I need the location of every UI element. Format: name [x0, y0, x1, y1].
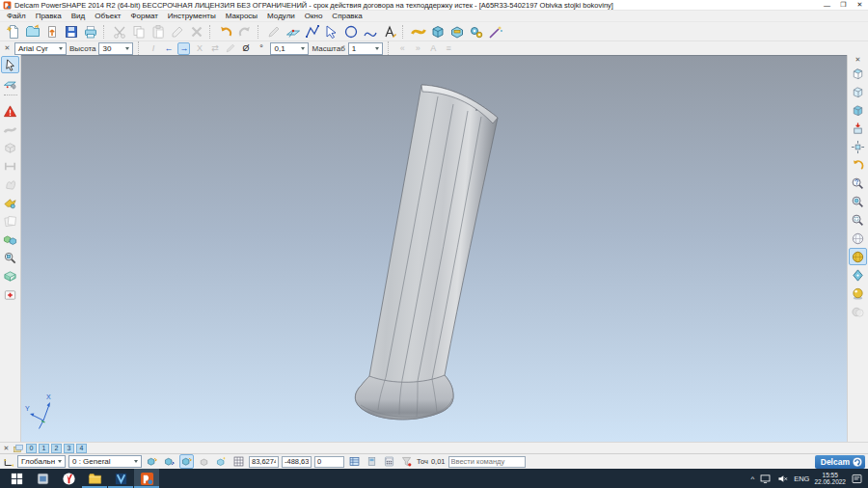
level-tab-0[interactable]: 0 [26, 444, 37, 453]
table-button[interactable] [347, 454, 362, 469]
circle-button[interactable] [342, 23, 360, 41]
iso-view-2-button[interactable] [849, 83, 867, 100]
iso-view-3-button[interactable] [849, 101, 867, 119]
workplane-tools-button[interactable] [1, 74, 19, 92]
italic-button[interactable]: I [147, 42, 159, 55]
network-icon[interactable] [759, 473, 772, 485]
taskbar-app-browser[interactable] [56, 469, 81, 488]
open-model-button[interactable] [24, 23, 41, 41]
previous-view-button[interactable] [849, 156, 867, 174]
shiny-view-button[interactable] [849, 285, 867, 302]
view-from-top-button[interactable] [849, 120, 867, 137]
arrow-button[interactable] [323, 23, 340, 41]
direction-right-button[interactable]: → [177, 42, 190, 55]
spacing-button[interactable]: X [193, 42, 205, 55]
viewport[interactable]: X Y [21, 55, 847, 442]
menu-item-view[interactable]: Вид [67, 11, 90, 21]
font-style-button[interactable]: A [427, 42, 440, 55]
menu-item-format[interactable]: Формат [125, 11, 162, 21]
surface-button[interactable] [410, 23, 427, 41]
wireframe-view-button[interactable] [849, 230, 867, 247]
compare-button[interactable] [1, 230, 19, 248]
save-button[interactable] [63, 23, 80, 41]
level-tab-1[interactable]: 1 [39, 444, 49, 453]
taskbar-app-powershape[interactable] [134, 469, 159, 488]
solid-button[interactable] [429, 23, 447, 41]
solid-tools-button[interactable] [1, 139, 19, 156]
text-button[interactable] [381, 23, 398, 41]
coord-x-field[interactable] [249, 456, 279, 468]
delete-button[interactable] [188, 23, 205, 41]
diameter-button[interactable]: Ø [239, 42, 252, 55]
workplane-select[interactable]: Глобальные [17, 455, 66, 468]
level-tab-2[interactable]: 2 [51, 444, 62, 453]
import-button[interactable] [43, 23, 61, 41]
iso-view-1-button[interactable] [849, 65, 867, 82]
speaker-muted-icon[interactable] [776, 473, 789, 485]
box-button[interactable] [1, 267, 19, 285]
snap-grid-button[interactable] [145, 454, 159, 469]
model-doctor-button[interactable] [1, 285, 19, 303]
align-first-button[interactable]: « [396, 42, 409, 55]
undo-button[interactable] [217, 23, 234, 41]
warning-button[interactable] [1, 102, 19, 120]
new-model-button[interactable] [5, 23, 22, 41]
menu-item-window[interactable]: Окно [300, 11, 328, 21]
menu-item-help[interactable]: Справка [327, 11, 366, 21]
direction-left-button[interactable]: ← [162, 42, 175, 55]
cut-button[interactable] [111, 23, 128, 41]
close-button[interactable]: ✕ [852, 0, 868, 11]
text-toolbar-close-icon[interactable]: ✕ [3, 44, 12, 52]
pen-button[interactable] [224, 42, 236, 55]
hand-tools-button[interactable] [1, 176, 19, 193]
edit-pen-button[interactable] [265, 23, 283, 41]
copy-button[interactable] [130, 23, 148, 41]
clock[interactable]: 15:55 22.06.2022 [814, 472, 846, 486]
coord-z-field[interactable] [314, 456, 344, 468]
clamp-tools-button[interactable] [1, 157, 19, 175]
surface-tools-button[interactable] [1, 121, 19, 138]
taskbar-app-explorer[interactable] [82, 469, 107, 488]
level-tab-4[interactable]: 4 [76, 444, 87, 453]
notification-icon[interactable] [851, 473, 863, 485]
scale-select[interactable]: 1 [348, 42, 383, 55]
start-button[interactable] [4, 469, 29, 488]
assembly-button[interactable] [468, 23, 485, 41]
level-tab-3[interactable]: 3 [64, 444, 74, 453]
coord-y-field[interactable] [282, 456, 312, 468]
select-arrow-button[interactable] [1, 56, 19, 73]
levels-close-icon[interactable]: ✕ [2, 445, 11, 452]
shaded-view-button[interactable] [849, 248, 867, 265]
menu-item-macros[interactable]: Макросы [221, 11, 262, 21]
language-indicator[interactable]: ENG [794, 474, 809, 483]
curve-button[interactable] [362, 23, 379, 41]
align-last-button[interactable]: » [412, 42, 424, 55]
kerning-button[interactable]: ⇄ [208, 42, 221, 55]
menu-item-file[interactable]: Файл [2, 11, 31, 21]
command-input[interactable] [448, 456, 526, 468]
menu-item-edit[interactable]: Правка [31, 11, 67, 21]
sheets-button[interactable] [1, 212, 19, 230]
maximize-button[interactable]: ❐ [835, 0, 852, 11]
zoom-box-button[interactable] [849, 211, 867, 229]
workplane-button[interactable] [285, 23, 302, 41]
spark-cube-button[interactable] [214, 454, 229, 469]
filter-button[interactable] [399, 454, 414, 469]
feature-button[interactable] [448, 23, 466, 41]
dynamic-section-button[interactable] [849, 266, 867, 284]
polyline-button[interactable] [304, 23, 321, 41]
wizard-button[interactable] [487, 23, 504, 41]
snap-intelligent-button[interactable] [179, 454, 194, 469]
level-select[interactable]: 0 : General [68, 455, 142, 468]
zoom-full-button[interactable] [849, 193, 867, 210]
list-button[interactable]: ≡ [443, 42, 455, 55]
font-select[interactable]: Arial Cyr [14, 42, 67, 55]
minimize-button[interactable]: — [819, 0, 835, 11]
grid-button[interactable] [231, 454, 246, 469]
view-multiple-button[interactable] [849, 138, 867, 155]
snap-off-button[interactable] [197, 454, 211, 469]
taskbar-app-vector[interactable] [108, 469, 133, 488]
calculator-button[interactable] [382, 454, 396, 469]
panel-button[interactable] [365, 454, 379, 469]
menu-item-tools[interactable]: Инструменты [163, 11, 221, 21]
